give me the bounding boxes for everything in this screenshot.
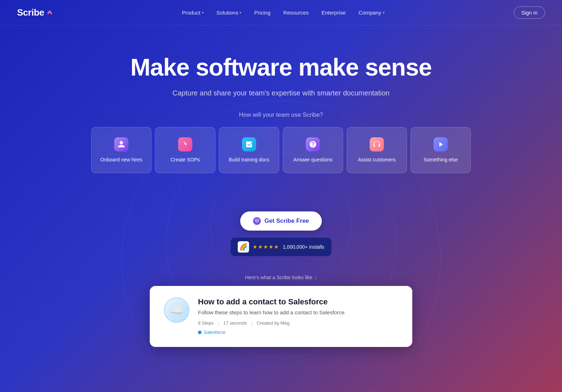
hero-subtitle: Capture and share your team's expertise … bbox=[14, 89, 548, 97]
arrow-down-icon: ↓ bbox=[315, 275, 317, 280]
sop-icon bbox=[178, 137, 192, 151]
use-case-onboard-label: Onboard new hires bbox=[100, 156, 142, 163]
chrome-icon: 🌈 bbox=[238, 241, 249, 253]
nav-resources[interactable]: Resources bbox=[278, 7, 314, 18]
hero-question: How will your team use Scribe? bbox=[14, 111, 548, 118]
scribe-card-tag: Salesforce bbox=[198, 330, 225, 335]
salesforce-icon: ☁️ bbox=[164, 297, 189, 323]
scribe-card-title: How to add a contact to Salesforce bbox=[198, 297, 398, 307]
nav-enterprise[interactable]: Enterprise bbox=[316, 7, 351, 18]
nav-company[interactable]: Company ▾ bbox=[353, 7, 389, 18]
sign-in-button[interactable]: Sign in bbox=[514, 6, 545, 19]
logo-icon bbox=[46, 10, 53, 16]
logo-text: Scribe bbox=[17, 7, 44, 18]
creator-name: Created by Meg bbox=[257, 320, 290, 326]
chevron-down-icon: ▾ bbox=[202, 11, 204, 15]
use-case-sop[interactable]: Create SOPs bbox=[155, 127, 215, 173]
scribe-card-content: How to add a contact to Salesforce Follo… bbox=[198, 297, 398, 336]
preview-hint: Here's what a Scribe looks like ↓ bbox=[0, 275, 562, 280]
scribe-card-meta: 8 Steps | 17 seconds | Created by Meg bbox=[198, 320, 398, 326]
time-duration: 17 seconds bbox=[223, 320, 247, 326]
use-case-training-label: Build training docs bbox=[229, 156, 269, 163]
nav-solutions[interactable]: Solutions ▾ bbox=[211, 7, 247, 18]
use-case-sop-label: Create SOPs bbox=[171, 156, 200, 163]
tag-label: Salesforce bbox=[204, 330, 225, 335]
use-case-else-label: Something else bbox=[424, 156, 458, 163]
stars: ★★★★★ bbox=[253, 244, 279, 250]
navbar: Scribe Product ▾ Solutions ▾ Pricing Res… bbox=[0, 0, 562, 26]
hero-title: Make software make sense bbox=[14, 54, 548, 81]
steps-count: 8 Steps bbox=[198, 320, 214, 326]
answer-icon bbox=[306, 137, 320, 151]
onboard-icon bbox=[114, 137, 128, 151]
use-case-answer-label: Answer questions bbox=[293, 156, 333, 163]
use-case-else[interactable]: Something else bbox=[411, 127, 471, 173]
logo[interactable]: Scribe bbox=[17, 7, 53, 18]
chevron-down-icon: ▾ bbox=[239, 11, 241, 15]
else-icon bbox=[434, 137, 448, 151]
nav-links: Product ▾ Solutions ▾ Pricing Resources … bbox=[177, 7, 390, 18]
nav-pricing[interactable]: Pricing bbox=[249, 7, 275, 18]
hero-section: Make software make sense Capture and sha… bbox=[0, 26, 562, 204]
scribe-card: ☁️ How to add a contact to Salesforce Fo… bbox=[150, 286, 412, 347]
use-case-answer[interactable]: Answer questions bbox=[283, 127, 343, 173]
nav-right: Sign in bbox=[514, 6, 545, 19]
use-case-assist[interactable]: Assist customers bbox=[347, 127, 407, 173]
use-case-training[interactable]: Build training docs bbox=[219, 127, 279, 173]
training-icon bbox=[242, 137, 256, 151]
scribe-card-description: Follow these steps to learn how to add a… bbox=[198, 309, 398, 315]
get-free-label: Get Scribe Free bbox=[264, 217, 309, 225]
assist-icon bbox=[370, 137, 384, 151]
use-case-assist-label: Assist customers bbox=[358, 156, 396, 163]
scribe-card-wrapper: ☁️ How to add a contact to Salesforce Fo… bbox=[0, 286, 562, 347]
cta-section: 🛡 Get Scribe Free 🌈 ★★★★★ 1,000,000+ ins… bbox=[0, 204, 562, 275]
use-case-onboard[interactable]: Onboard new hires bbox=[91, 127, 151, 173]
get-free-button[interactable]: 🛡 Get Scribe Free bbox=[240, 211, 322, 231]
chevron-down-icon: ▾ bbox=[383, 11, 385, 15]
nav-product[interactable]: Product ▾ bbox=[177, 7, 209, 18]
install-count: 1,000,000+ installs bbox=[283, 244, 324, 250]
install-badge: 🌈 ★★★★★ 1,000,000+ installs bbox=[231, 238, 331, 256]
shield-icon: 🛡 bbox=[253, 217, 261, 225]
salesforce-dot bbox=[198, 331, 202, 334]
use-case-cards: Onboard new hires Create SOPs Build trai… bbox=[14, 127, 548, 173]
